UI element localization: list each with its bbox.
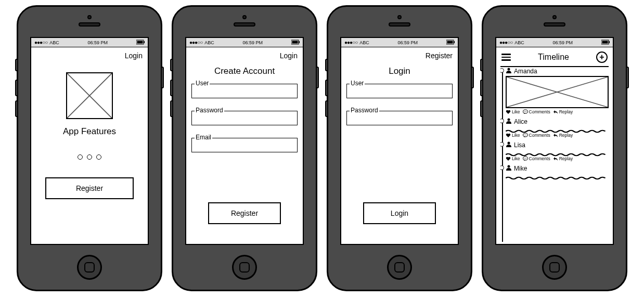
- clock-label: 06:59 PM: [88, 40, 108, 45]
- battery-icon: [446, 40, 455, 46]
- battery-icon: [291, 40, 300, 46]
- post-author: Mike: [514, 165, 527, 172]
- power-button: [316, 67, 319, 88]
- timeline-post[interactable]: Amanda Like Comments Replay: [506, 67, 609, 114]
- mute-switch: [480, 59, 483, 71]
- status-bar: ●●●○○ABC 06:59 PM: [186, 38, 303, 47]
- signal-icon: ●●●○○: [34, 40, 47, 45]
- user-field-wrap: User: [191, 84, 298, 98]
- user-icon: [506, 118, 512, 125]
- feature-title: App Features: [36, 126, 143, 137]
- password-field-wrap: Password: [191, 111, 298, 125]
- clock-label: 06:59 PM: [243, 40, 263, 45]
- comments-button[interactable]: Comments: [523, 133, 550, 138]
- add-post-button[interactable]: +: [596, 51, 608, 63]
- post-text-placeholder: [506, 126, 609, 131]
- timeline-post[interactable]: Lisa Like Comments Replay: [506, 141, 609, 161]
- home-button[interactable]: [542, 255, 567, 280]
- login-button[interactable]: Login: [363, 202, 436, 224]
- clock-label: 06:59 PM: [398, 40, 418, 45]
- pager-dot[interactable]: [78, 154, 83, 160]
- status-bar: ●●●○○ABC 06:59 PM: [31, 38, 148, 47]
- battery-icon: [136, 40, 145, 46]
- page-indicator[interactable]: [36, 154, 143, 160]
- timeline-connector: [502, 70, 503, 242]
- phone-speaker: [234, 22, 255, 27]
- replay-button[interactable]: Replay: [553, 109, 573, 114]
- screen-login: ●●●○○ABC 06:59 PM Register Login User Pa…: [340, 37, 459, 245]
- volume-up: [480, 80, 483, 96]
- phone-speaker: [79, 22, 100, 27]
- like-button[interactable]: Like: [506, 133, 520, 138]
- timeline-post[interactable]: Mike: [506, 164, 609, 178]
- login-link[interactable]: Login: [36, 51, 143, 60]
- post-text-placeholder: [506, 150, 609, 154]
- post-text-placeholder: [506, 173, 609, 178]
- mute-switch: [325, 59, 328, 71]
- page-title: Login: [346, 66, 453, 76]
- replay-button[interactable]: Replay: [553, 156, 573, 161]
- user-label: User: [195, 80, 210, 87]
- phone-camera: [87, 15, 92, 19]
- pager-dot[interactable]: [96, 154, 101, 160]
- home-button[interactable]: [387, 255, 412, 280]
- phone-camera: [397, 15, 402, 19]
- carrier-label: ABC: [204, 40, 214, 45]
- status-bar: ●●●○○ABC 06:59 PM: [341, 38, 458, 47]
- power-button: [161, 67, 164, 88]
- menu-icon[interactable]: [501, 54, 511, 61]
- like-button[interactable]: Like: [506, 109, 520, 114]
- signal-icon: ●●●○○: [344, 40, 357, 45]
- timeline-list[interactable]: Amanda Like Comments Replay Alice Like C…: [500, 67, 609, 242]
- volume-down: [15, 100, 18, 117]
- post-image-placeholder: [506, 76, 609, 108]
- volume-up: [325, 80, 328, 96]
- register-link[interactable]: Register: [346, 51, 453, 60]
- register-button[interactable]: Register: [208, 202, 281, 224]
- signal-icon: ●●●○○: [499, 40, 512, 45]
- login-link[interactable]: Login: [191, 51, 298, 60]
- volume-down: [325, 100, 328, 117]
- phone-frame-onboarding: ●●●○○ABC 06:59 PM Login App Features Reg…: [17, 5, 162, 291]
- password-label: Password: [195, 107, 224, 114]
- signal-icon: ●●●○○: [189, 40, 202, 45]
- replay-button[interactable]: Replay: [553, 133, 573, 138]
- power-button: [471, 67, 474, 88]
- comments-button[interactable]: Comments: [523, 156, 550, 161]
- post-author: Amanda: [514, 68, 537, 75]
- user-label: User: [350, 80, 365, 87]
- comments-button[interactable]: Comments: [523, 109, 550, 114]
- screen-onboarding: ●●●○○ABC 06:59 PM Login App Features Reg…: [30, 37, 149, 245]
- email-label: Email: [195, 134, 212, 141]
- power-button: [626, 67, 629, 88]
- mute-switch: [170, 59, 173, 71]
- home-button[interactable]: [232, 255, 257, 280]
- volume-up: [15, 80, 18, 96]
- user-icon: [506, 67, 512, 75]
- status-bar: ●●●○○ABC 06:59 PM: [496, 38, 613, 47]
- clock-label: 06:59 PM: [553, 40, 573, 45]
- register-button[interactable]: Register: [45, 177, 134, 199]
- user-icon: [506, 141, 512, 149]
- like-button[interactable]: Like: [506, 156, 520, 161]
- user-icon: [506, 164, 512, 172]
- feature-image-placeholder: [66, 72, 113, 119]
- timeline-node: [500, 165, 504, 170]
- page-title: Timeline: [538, 53, 569, 62]
- screen-timeline: ●●●○○ABC 06:59 PM Timeline + Amanda Like…: [495, 37, 614, 245]
- phone-speaker: [544, 22, 565, 27]
- home-button[interactable]: [77, 255, 102, 280]
- phone-frame-login: ●●●○○ABC 06:59 PM Register Login User Pa…: [327, 5, 472, 291]
- timeline-post[interactable]: Alice Like Comments Replay: [506, 118, 609, 138]
- phone-camera: [552, 15, 557, 19]
- pager-dot[interactable]: [87, 154, 92, 160]
- timeline-node: [500, 119, 504, 123]
- password-field-wrap: Password: [346, 111, 453, 125]
- page-title: Create Account: [191, 66, 298, 76]
- volume-up: [170, 80, 173, 96]
- carrier-label: ABC: [514, 40, 524, 45]
- carrier-label: ABC: [49, 40, 59, 45]
- post-author: Alice: [514, 118, 527, 125]
- phone-frame-timeline: ●●●○○ABC 06:59 PM Timeline + Amanda Like…: [482, 5, 627, 291]
- password-label: Password: [350, 107, 379, 114]
